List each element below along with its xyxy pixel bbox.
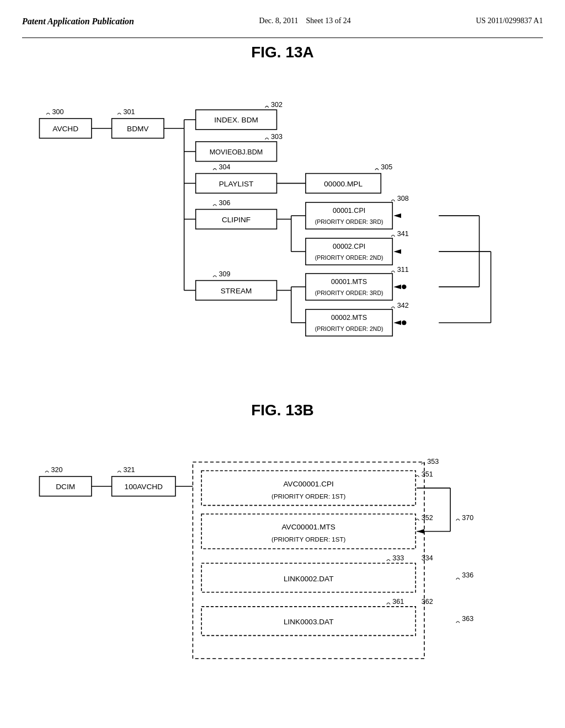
svg-text:305: 305 — [381, 163, 392, 171]
svg-text:334: 334 — [422, 554, 433, 562]
svg-text:AVC00001.MTS: AVC00001.MTS — [281, 523, 335, 532]
svg-marker-60 — [393, 213, 401, 218]
svg-text:362: 362 — [422, 598, 433, 606]
svg-text:303: 303 — [271, 133, 282, 141]
svg-text:PLAYLIST: PLAYLIST — [219, 180, 254, 188]
svg-text:363: 363 — [462, 615, 473, 623]
svg-text:370: 370 — [462, 514, 473, 522]
svg-text:361: 361 — [392, 598, 404, 606]
fig13b-diagram: FIG. 13B DCIM 100AVCHD AVC00001.CPI (PRI… — [22, 402, 543, 673]
header: Patent Application Publication Dec. 8, 2… — [22, 11, 543, 38]
patent-number-label: US 2011/0299837 A1 — [476, 17, 543, 25]
svg-text:00002.CPI: 00002.CPI — [333, 243, 365, 250]
svg-text:AVC00001.CPI: AVC00001.CPI — [284, 480, 334, 488]
svg-text:00001.CPI: 00001.CPI — [333, 207, 365, 215]
svg-text:STREAM: STREAM — [221, 287, 252, 295]
fig13b-svg: DCIM 100AVCHD AVC00001.CPI (PRIORITY ORD… — [22, 430, 543, 673]
svg-text:(PRIORITY ORDER: 1ST): (PRIORITY ORDER: 1ST) — [271, 493, 345, 500]
svg-marker-65 — [393, 249, 401, 254]
svg-text:MOVIEOBJ.BDM: MOVIEOBJ.BDM — [210, 148, 263, 156]
svg-marker-101 — [417, 529, 424, 534]
page: Patent Application Publication Dec. 8, 2… — [0, 0, 565, 728]
svg-marker-61 — [393, 285, 401, 289]
svg-text:00000.MPL: 00000.MPL — [324, 180, 363, 188]
svg-text:300: 300 — [52, 108, 64, 116]
fig13a-svg: AVCHD BDMV INDEX. BDM MOVIEOBJ.BDM PLAYL… — [22, 72, 543, 396]
fig13a-title: FIG. 13A — [22, 44, 543, 61]
date-label: Dec. 8, 2011 Sheet 13 of 24 — [259, 17, 351, 25]
svg-text:(PRIORITY ORDER: 2ND): (PRIORITY ORDER: 2ND) — [315, 255, 383, 261]
svg-text:(PRIORITY ORDER: 1ST): (PRIORITY ORDER: 1ST) — [271, 537, 345, 543]
svg-text:302: 302 — [271, 101, 282, 109]
fig13a-diagram: FIG. 13A AVCHD BDMV INDEX. BDM MOVIEOBJ.… — [22, 44, 543, 396]
svg-marker-66 — [393, 320, 401, 325]
svg-text:342: 342 — [397, 302, 409, 309]
svg-text:301: 301 — [124, 108, 135, 116]
svg-text:321: 321 — [124, 466, 135, 474]
svg-text:311: 311 — [397, 266, 409, 274]
svg-text:309: 309 — [219, 270, 231, 278]
svg-text:00001.MTS: 00001.MTS — [331, 278, 367, 286]
svg-text:(PRIORITY ORDER: 2ND): (PRIORITY ORDER: 2ND) — [315, 326, 383, 332]
svg-text:341: 341 — [397, 230, 409, 238]
svg-text:304: 304 — [219, 163, 231, 171]
svg-text:308: 308 — [397, 195, 409, 202]
svg-text:320: 320 — [51, 466, 62, 474]
svg-text:LINK0003.DAT: LINK0003.DAT — [284, 618, 334, 627]
svg-text:352: 352 — [422, 514, 433, 522]
svg-text:(PRIORITY ORDER: 3RD): (PRIORITY ORDER: 3RD) — [315, 219, 383, 225]
svg-text:CLIPINF: CLIPINF — [222, 216, 250, 224]
svg-text:353: 353 — [427, 458, 439, 465]
svg-text:DCIM: DCIM — [56, 483, 75, 491]
svg-text:INDEX. BDM: INDEX. BDM — [214, 116, 258, 124]
svg-text:AVCHD: AVCHD — [52, 125, 78, 133]
svg-rect-74 — [201, 471, 415, 506]
patent-publication-label: Patent Application Publication — [22, 17, 134, 26]
svg-text:LINK0002.DAT: LINK0002.DAT — [284, 575, 334, 583]
svg-text:333: 333 — [392, 554, 404, 562]
svg-text:351: 351 — [422, 470, 433, 478]
svg-text:336: 336 — [462, 572, 473, 580]
svg-text:BDMV: BDMV — [127, 125, 149, 133]
svg-text:100AVCHD: 100AVCHD — [125, 483, 163, 491]
svg-text:(PRIORITY ORDER: 3RD): (PRIORITY ORDER: 3RD) — [315, 290, 383, 296]
fig13b-title: FIG. 13B — [22, 402, 543, 419]
svg-text:306: 306 — [219, 199, 231, 207]
svg-point-68 — [402, 320, 406, 325]
svg-point-67 — [402, 285, 406, 289]
svg-rect-77 — [201, 514, 415, 549]
svg-text:00002.MTS: 00002.MTS — [331, 314, 367, 322]
